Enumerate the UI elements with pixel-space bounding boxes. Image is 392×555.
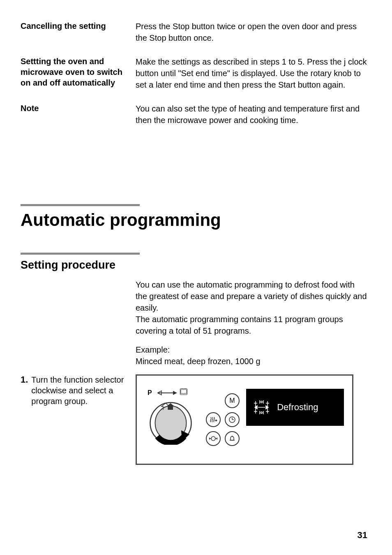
oven-control-panel: P [136, 374, 353, 465]
p-label: P [148, 389, 152, 397]
cancelling-body: Press the Stop button twice or open the … [136, 21, 367, 44]
svg-point-32 [261, 412, 263, 413]
main-heading: Automatic programming [21, 210, 367, 230]
note-section: Note You can also set the type of heatin… [21, 103, 367, 126]
step-1-text: Turn the function selector clockwise and… [31, 374, 129, 465]
note-heading: Note [21, 103, 127, 114]
sub-heading: Setting procedure [21, 259, 367, 272]
clock-icon [228, 416, 236, 424]
defrost-icon [252, 399, 271, 416]
setting-auto-body: Make the settings as described in steps … [136, 56, 367, 91]
step-1-row: 1. Turn the function selector clockwise … [21, 374, 367, 465]
step-1-number: 1. [21, 374, 28, 465]
bell-icon [228, 434, 236, 443]
bell-button [225, 431, 240, 446]
display-text: Defrosting [277, 402, 318, 413]
light-icon [209, 434, 217, 443]
example-label: Example: [136, 344, 367, 355]
setting-auto-section: Settting the oven and microwave oven to … [21, 56, 367, 91]
setting-auto-heading: Settting the oven and microwave oven to … [21, 56, 127, 88]
intro-body-1: You can use the automatic programming to… [136, 279, 367, 313]
note-body: You can also set the type of heating and… [136, 103, 367, 126]
panel-buttons: M [203, 393, 242, 446]
section-rule [21, 204, 140, 206]
function-selector-knob [149, 402, 192, 445]
svg-marker-26 [266, 406, 268, 409]
m-button-label: M [229, 397, 235, 404]
svg-marker-1 [173, 391, 177, 395]
heat-wave-icon [209, 416, 217, 424]
svg-marker-7 [216, 419, 217, 422]
svg-marker-14 [209, 437, 210, 440]
intro-body-2: The automatic programming contains 11 pr… [136, 313, 367, 337]
intro-section: You can use the automatic programming to… [21, 279, 367, 337]
subsection-rule [21, 253, 140, 255]
example-text: Minced meat, deep frozen, 1000 g [136, 355, 367, 367]
panel-knob-area: P [145, 387, 203, 453]
light-button [206, 431, 221, 446]
heat-button [206, 412, 221, 427]
example-section: Example: Minced meat, deep frozen, 1000 … [21, 344, 367, 367]
svg-marker-25 [255, 406, 257, 409]
arrow-right-icon [157, 390, 178, 396]
cancelling-section: Cancelling the setting Press the Stop bu… [21, 21, 367, 44]
svg-marker-15 [216, 437, 217, 440]
page-number: 31 [357, 530, 367, 541]
svg-point-11 [211, 437, 215, 441]
m-button: M [225, 393, 240, 408]
clock-button [225, 412, 240, 427]
svg-point-31 [261, 401, 263, 403]
cancelling-heading: Cancelling the setting [21, 21, 127, 31]
recipe-book-icon [180, 388, 187, 395]
oven-display: Defrosting [246, 389, 344, 426]
